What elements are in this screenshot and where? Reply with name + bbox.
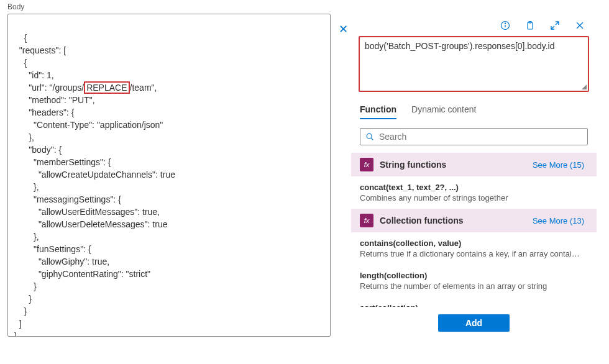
fn-name: concat(text_1, text_2?, ...): [360, 183, 584, 192]
body-code-editor[interactable]: { "requests": [ { "id": 1, "url": "/grou…: [7, 14, 331, 337]
see-more-link[interactable]: See More (13): [533, 216, 584, 225]
code-line: "headers": {: [14, 107, 74, 117]
fn-name: contains(collection, value): [360, 239, 584, 248]
code-line: "Content-Type": "application/json": [14, 120, 163, 130]
svg-rect-3: [528, 22, 533, 29]
expression-text: body('Batch_POST-groups').responses[0].b…: [365, 41, 554, 51]
code-line: },: [14, 132, 34, 142]
search-input[interactable]: [379, 132, 582, 142]
code-line: "method": "PUT",: [14, 95, 95, 105]
code-line: "requests": [: [14, 45, 66, 55]
category-collection-functions[interactable]: fx Collection functions See More (13): [351, 209, 597, 232]
code-line: }: [14, 331, 17, 337]
expression-panel: body('Batch_POST-groups').responses[0].b…: [351, 17, 597, 339]
svg-line-6: [371, 138, 373, 140]
add-button-wrap: Add: [351, 307, 597, 339]
info-icon[interactable]: [500, 20, 511, 31]
code-line: "funSettings": {: [14, 244, 91, 254]
see-more-link[interactable]: See More (15): [533, 160, 584, 170]
svg-point-5: [367, 134, 372, 139]
close-panel-icon[interactable]: ✕: [339, 22, 348, 36]
code-line: },: [14, 182, 39, 192]
code-line: }: [14, 281, 37, 291]
body-panel: Body { "requests": [ { "id": 1, "url": "…: [7, 2, 331, 344]
tabs: Function Dynamic content: [351, 104, 597, 119]
code-line-url: "url": "/groups/REPLACE/team",: [14, 83, 157, 93]
fn-name: sort(collection): [360, 303, 584, 307]
fn-desc: Combines any number of strings together: [360, 193, 584, 202]
category-title: String functions: [380, 160, 446, 170]
fx-icon: fx: [360, 158, 373, 171]
highlight-replace: REPLACE: [84, 81, 129, 94]
fn-desc: Returns true if a dictionary contains a …: [360, 249, 584, 258]
category-title: Collection functions: [380, 216, 464, 225]
code-line: ]: [14, 319, 22, 329]
fn-item-sort[interactable]: sort(collection) Returns an array sorted…: [351, 297, 597, 307]
expand-icon[interactable]: [549, 20, 561, 31]
svg-point-2: [505, 23, 505, 24]
code-line: {: [14, 58, 27, 68]
resize-handle-icon[interactable]: [582, 84, 587, 89]
code-line: "allowUserEditMessages": true,: [14, 207, 160, 217]
fn-desc: Returns the number of elements in an arr…: [360, 281, 584, 291]
code-line: "allowCreateUpdateChannels": true: [14, 170, 175, 180]
fn-item-length[interactable]: length(collection) Returns the number of…: [351, 265, 597, 297]
code-line: "body": {: [14, 145, 62, 155]
tab-function[interactable]: Function: [360, 104, 396, 119]
expression-editor[interactable]: body('Batch_POST-groups').responses[0].b…: [359, 36, 589, 92]
add-button[interactable]: Add: [438, 314, 510, 332]
fx-icon: fx: [360, 214, 373, 227]
code-line: "messagingSettings": {: [14, 194, 121, 204]
code-line: "giphyContentRating": "strict": [14, 269, 150, 279]
code-line: "allowGiphy": true,: [14, 257, 109, 266]
function-list-scroll[interactable]: fx String functions See More (15) concat…: [351, 153, 597, 307]
code-line: "memberSettings": {: [14, 157, 111, 167]
code-line: "id": 1,: [14, 70, 54, 80]
fn-item-contains[interactable]: contains(collection, value) Returns true…: [351, 232, 597, 265]
code-line: }: [14, 294, 32, 304]
code-line: },: [14, 232, 39, 242]
body-label: Body: [7, 2, 331, 11]
search-icon: [365, 132, 374, 141]
tab-dynamic-content[interactable]: Dynamic content: [411, 104, 476, 119]
expression-toolbar: [351, 17, 597, 36]
fn-name: length(collection): [360, 271, 584, 280]
code-line: }: [14, 306, 27, 316]
category-string-functions[interactable]: fx String functions See More (15): [351, 153, 597, 176]
code-line: {: [24, 33, 27, 43]
fn-item-concat[interactable]: concat(text_1, text_2?, ...) Combines an…: [351, 176, 597, 209]
clipboard-icon[interactable]: [524, 20, 536, 31]
close-icon[interactable]: [574, 20, 585, 31]
code-line: "allowUserDeleteMessages": true: [14, 219, 167, 229]
search-box[interactable]: [360, 128, 588, 145]
